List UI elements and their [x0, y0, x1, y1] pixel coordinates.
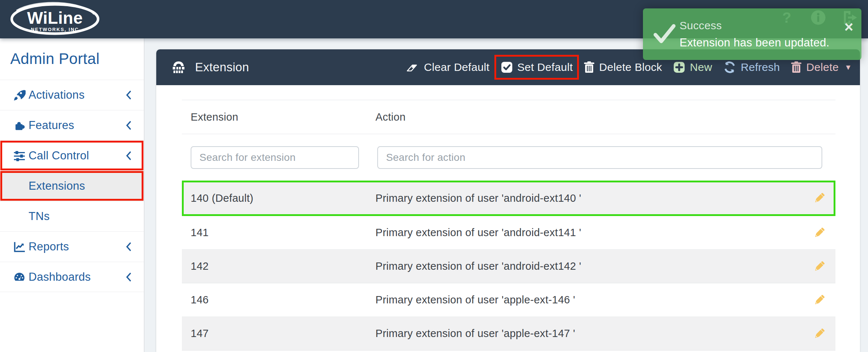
action-cell: Primary extension of user 'apple-ext-146…	[367, 294, 835, 306]
success-check-icon	[653, 23, 676, 45]
sidebar-item-call-control[interactable]: Call Control	[0, 140, 144, 171]
sidebar-title: Admin Portal	[10, 50, 100, 68]
extensions-table: Extension Action 140 (Default) Primary e…	[182, 100, 835, 351]
delete-block-label: Delete Block	[599, 61, 662, 73]
table-header-row: Extension Action	[182, 100, 835, 134]
clear-default-label: Clear Default	[424, 61, 490, 73]
edit-pencil-icon[interactable]	[813, 327, 826, 340]
trash-icon	[791, 61, 802, 73]
column-header-extension[interactable]: Extension	[182, 111, 367, 123]
sidebar-item-label: Features	[29, 119, 74, 132]
chevron-left-icon	[126, 242, 132, 251]
action-cell: Primary extension of user 'apple-ext-147…	[367, 328, 835, 340]
sidebar-item-features[interactable]: Features	[0, 110, 144, 140]
trash-icon	[584, 61, 595, 73]
table-filter-row	[182, 134, 835, 181]
success-toast: Success Extension has been updated. ×	[643, 8, 861, 60]
gauge-icon	[13, 271, 26, 283]
sidebar-menu: Activations Features	[0, 80, 144, 292]
extension-cell: 141	[182, 227, 367, 239]
refresh-button[interactable]: Refresh	[723, 61, 780, 73]
extension-cell: 142	[182, 260, 367, 272]
table-row[interactable]: 147 Primary extension of user 'apple-ext…	[182, 317, 835, 351]
set-default-button[interactable]: Set Default	[501, 61, 573, 73]
sidebar-item-label: Extensions	[29, 179, 85, 193]
logo-text: WiLine	[27, 8, 83, 27]
action-search-input[interactable]	[377, 146, 822, 169]
column-header-action[interactable]: Action	[367, 111, 835, 123]
sidebar-item-dashboards[interactable]: Dashboards	[0, 262, 144, 292]
sidebar-item-activations[interactable]: Activations	[0, 80, 144, 110]
wiline-logo-graphic: WiLine NETWORKS, INC.	[9, 2, 101, 37]
edit-pencil-icon[interactable]	[813, 226, 826, 239]
new-label: New	[690, 61, 712, 73]
sidebar-item-label: Dashboards	[29, 270, 91, 284]
chevron-left-icon	[126, 272, 132, 282]
extension-search-input[interactable]	[191, 146, 359, 169]
chevron-left-icon	[126, 90, 132, 100]
sidebar-item-label: Activations	[29, 88, 85, 102]
chevron-left-icon	[126, 121, 132, 130]
panel-title: Extension	[195, 60, 249, 74]
screen: WiLine NETWORKS, INC. ? Admin Portal	[0, 0, 868, 352]
chart-line-icon	[13, 241, 26, 253]
set-default-label: Set Default	[517, 61, 573, 73]
refresh-icon	[723, 61, 736, 73]
sidebar: Admin Portal Activations	[0, 38, 145, 352]
panel-toolbar: Clear Default Set Default	[407, 61, 852, 73]
delete-dropdown-button[interactable]: Delete ▼	[791, 61, 852, 73]
table-row[interactable]: 146 Primary extension of user 'apple-ext…	[182, 283, 835, 317]
table-row[interactable]: 140 (Default) Primary extension of user …	[182, 181, 835, 216]
extension-cell: 146	[182, 294, 367, 306]
table-row[interactable]: 142 Primary extension of user 'android-e…	[182, 250, 835, 283]
delete-label: Delete	[806, 61, 839, 73]
extension-panel: Extension Clear Default Set Default	[156, 49, 860, 352]
chevron-left-icon	[126, 151, 132, 160]
plus-square-icon	[673, 61, 685, 73]
sliders-icon	[13, 149, 26, 162]
new-button[interactable]: New	[673, 61, 712, 73]
table-row[interactable]: 141 Primary extension of user 'android-e…	[182, 216, 835, 250]
action-cell: Primary extension of user 'android-ext14…	[367, 192, 835, 204]
check-square-icon	[501, 61, 513, 73]
sidebar-item-label: Reports	[29, 240, 69, 253]
edit-pencil-icon[interactable]	[813, 260, 826, 273]
edit-pencil-icon[interactable]	[813, 294, 826, 307]
action-cell: Primary extension of user 'android-ext14…	[367, 260, 835, 272]
eraser-icon	[407, 61, 420, 73]
rocket-icon	[13, 89, 26, 101]
sidebar-item-extensions[interactable]: Extensions	[0, 171, 144, 201]
extension-cell: 140 (Default)	[182, 192, 367, 204]
toast-close-icon[interactable]: ×	[844, 19, 853, 35]
delete-block-button[interactable]: Delete Block	[584, 61, 662, 73]
sidebar-item-label: Call Control	[29, 149, 89, 162]
clear-default-button[interactable]: Clear Default	[407, 61, 490, 73]
tty-icon	[170, 60, 187, 75]
sidebar-item-reports[interactable]: Reports	[0, 231, 144, 262]
wiline-logo[interactable]: WiLine NETWORKS, INC.	[9, 2, 101, 37]
edit-pencil-icon[interactable]	[813, 192, 826, 205]
caret-down-icon: ▼	[845, 63, 852, 72]
toast-message: Extension has been updated.	[680, 36, 830, 49]
sidebar-item-tns[interactable]: TNs	[0, 201, 144, 231]
sidebar-item-label: TNs	[29, 210, 50, 223]
toast-title: Success	[680, 19, 722, 32]
extension-cell: 147	[182, 328, 367, 340]
refresh-label: Refresh	[741, 61, 780, 73]
puzzle-icon	[13, 119, 26, 132]
logo-subtitle: NETWORKS, INC.	[31, 27, 81, 32]
action-cell: Primary extension of user 'android-ext14…	[367, 227, 835, 239]
